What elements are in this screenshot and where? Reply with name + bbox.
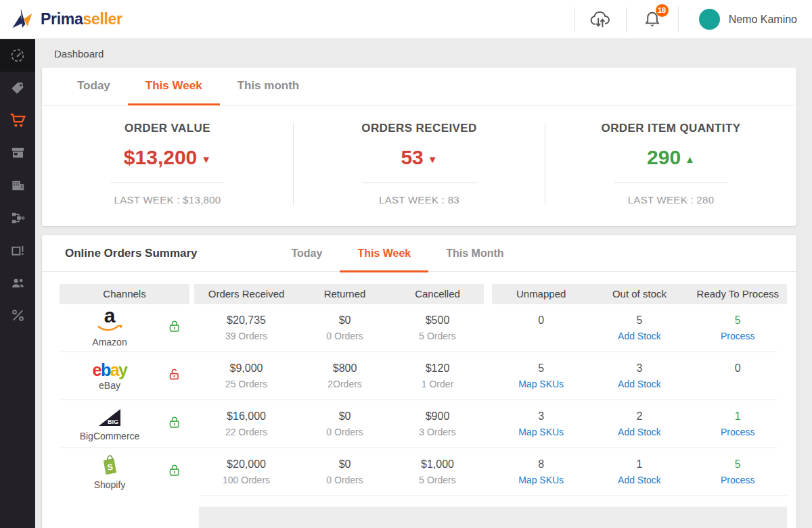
tab-today[interactable]: Today xyxy=(60,68,128,105)
process-link[interactable]: Process xyxy=(689,331,787,341)
channel-name: Shopify xyxy=(60,479,160,490)
column-header-actions-group: Unmapped Out of stock Ready To Process xyxy=(492,284,787,304)
stat-order-item-quantity: ORDER ITEM QUANTITY 290▲ LAST WEEK : 280 xyxy=(545,122,796,206)
tab-this-month[interactable]: This month xyxy=(220,68,317,105)
summary-tab-today[interactable]: Today xyxy=(273,235,340,272)
channel-ebay[interactable]: ebay eBay xyxy=(60,362,160,391)
ready-to-process-cell: 5Process xyxy=(689,458,787,485)
stat-value: 290▲ xyxy=(545,146,796,169)
notification-badge: 18 xyxy=(656,4,669,17)
stat-orders-received: ORDERS RECEIVED 53▼ LAST WEEK : 83 xyxy=(293,122,545,206)
amazon-logo-icon: a xyxy=(60,308,160,324)
divider xyxy=(626,7,627,32)
sidebar-item-products[interactable] xyxy=(0,72,35,104)
trend-down-icon: ▼ xyxy=(201,153,211,165)
breadcrumb: Dashboard xyxy=(35,39,812,68)
returned-cell: $00 Orders xyxy=(298,314,391,341)
ready-to-process-cell: 5Process xyxy=(689,314,787,341)
map-skus-link[interactable]: Map SKUs xyxy=(492,475,590,485)
sidebar-item-dashboard[interactable] xyxy=(0,39,35,72)
orders-group: $20,000100 Orders $00 Orders $1,0005 Ord… xyxy=(194,458,484,485)
summary-title: Online Orders Summary xyxy=(65,247,198,260)
lock-icon xyxy=(167,415,182,430)
map-skus-link[interactable]: Map SKUs xyxy=(492,379,590,389)
count: 5 xyxy=(590,314,688,327)
channel-name: eBay xyxy=(60,380,160,391)
summary-tab-this-week[interactable]: This Week xyxy=(340,235,428,272)
add-stock-link[interactable]: Add Stock xyxy=(590,379,688,389)
user-menu[interactable]: Nemo Kamino xyxy=(699,9,797,30)
cloud-sync-icon xyxy=(588,9,612,30)
column-header-cancelled: Cancelled xyxy=(391,284,484,304)
channel-amazon[interactable]: a Amazon xyxy=(60,308,160,348)
add-stock-link[interactable]: Add Stock xyxy=(590,331,688,341)
svg-text:S: S xyxy=(107,462,114,472)
amount: $20,735 xyxy=(194,314,298,327)
sidebar-item-orders[interactable] xyxy=(0,104,35,137)
map-skus-link[interactable]: Map SKUs xyxy=(492,427,590,437)
unmapped-cell: 8Map SKUs xyxy=(492,458,590,485)
ready-to-process-cell: 1Process xyxy=(689,410,787,437)
process-link[interactable]: Process xyxy=(689,427,787,437)
channel-shopify[interactable]: S Shopify xyxy=(60,454,160,490)
amount: $120 xyxy=(391,362,484,375)
sidebar-item-customers[interactable] xyxy=(0,266,35,299)
orders-count: 25 Orders xyxy=(194,379,298,389)
tag-icon xyxy=(10,80,26,96)
column-header-unmapped: Unmapped xyxy=(492,284,590,304)
connection-status[interactable] xyxy=(160,463,189,481)
next-section-header-partial xyxy=(199,507,787,528)
sidebar-item-workflows[interactable] xyxy=(0,201,35,234)
trend-down-icon: ▼ xyxy=(428,153,438,165)
avatar[interactable] xyxy=(699,9,720,30)
stat-last-week: LAST WEEK : $13,800 xyxy=(42,194,293,206)
notifications-button[interactable]: 18 xyxy=(637,5,667,34)
lock-icon xyxy=(167,463,182,478)
sidebar-item-company[interactable] xyxy=(0,169,35,201)
workflow-icon xyxy=(10,210,26,226)
trend-up-icon: ▲ xyxy=(685,153,695,165)
stats-card: Today This Week This month ORDER VALUE $… xyxy=(42,68,796,226)
stat-number: $13,200 xyxy=(124,146,197,168)
stat-title: ORDER ITEM QUANTITY xyxy=(545,122,796,135)
returned-cell: $00 Orders xyxy=(298,410,391,437)
amount: $800 xyxy=(298,362,391,375)
amount: $1,000 xyxy=(391,458,484,471)
add-stock-link[interactable]: Add Stock xyxy=(590,475,688,485)
orders-group: $16,00022 Orders $00 Orders $9003 Orders xyxy=(194,410,484,437)
orders-group: $20,73539 Orders $00 Orders $5005 Orders xyxy=(194,314,484,341)
shopify-logo-icon: S xyxy=(100,454,119,475)
sidebar-item-store[interactable] xyxy=(0,137,35,169)
connection-status[interactable] xyxy=(160,367,189,385)
unmapped-cell: 3Map SKUs xyxy=(492,410,590,437)
stat-value: $13,200▼ xyxy=(42,146,293,169)
actions-group: 3Map SKUs 2Add Stock 1Process xyxy=(492,410,787,437)
cloud-sync-button[interactable] xyxy=(585,5,615,34)
tab-this-week[interactable]: This Week xyxy=(128,68,220,105)
out-of-stock-cell: 1Add Stock xyxy=(590,458,688,485)
sidebar-item-inventory[interactable] xyxy=(0,234,35,266)
add-stock-link[interactable]: Add Stock xyxy=(590,427,688,437)
divider xyxy=(111,183,225,183)
brand-prima: Prima xyxy=(41,10,83,28)
primaseller-logo[interactable]: Primaseller xyxy=(9,6,122,33)
users-icon xyxy=(10,275,26,291)
amount: $0 xyxy=(298,458,391,471)
connection-status[interactable] xyxy=(160,415,189,433)
count: 1 xyxy=(689,410,787,423)
process-link[interactable]: Process xyxy=(689,475,787,485)
summary-header: Online Orders Summary Today This Week Th… xyxy=(42,235,796,272)
sidebar-item-discounts[interactable] xyxy=(0,299,35,331)
summary-tab-this-month[interactable]: This Month xyxy=(428,235,521,272)
amount: $20,000 xyxy=(194,458,298,471)
amount: $0 xyxy=(298,410,391,423)
orders-group: $9,00025 Orders $8002Orders $1201 Order xyxy=(194,362,484,389)
stat-number: 290 xyxy=(647,146,681,168)
stat-order-value: ORDER VALUE $13,200▼ LAST WEEK : $13,800 xyxy=(42,122,293,206)
building-icon xyxy=(10,178,26,193)
ebay-logo-icon: ebay xyxy=(60,362,160,379)
connection-status[interactable] xyxy=(160,319,189,337)
channel-bigcommerce[interactable]: BIG BigCommerce xyxy=(60,406,160,441)
table-row-amazon: a Amazon xyxy=(42,304,796,352)
amazon-smile-icon xyxy=(96,325,123,333)
